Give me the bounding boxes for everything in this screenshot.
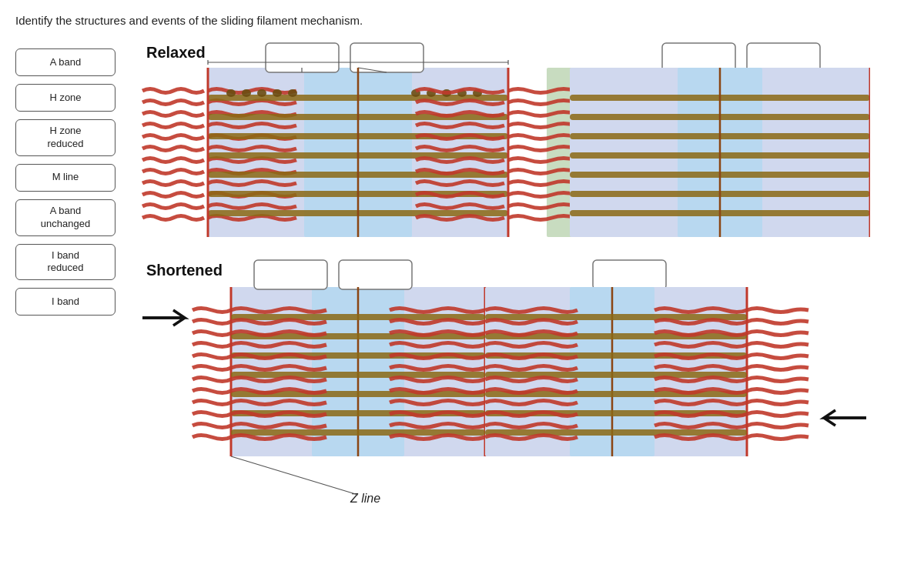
relaxed-filaments-left xyxy=(142,89,204,220)
label-m-line[interactable]: M line xyxy=(15,164,116,192)
label-h-zone[interactable]: H zone xyxy=(15,84,116,112)
svg-point-8 xyxy=(242,89,251,97)
svg-point-10 xyxy=(273,89,282,97)
label-h-zone-reduced[interactable]: H zonereduced xyxy=(15,119,116,156)
relaxed-title: Relaxed xyxy=(146,44,206,61)
drop-box-shortened-1[interactable] xyxy=(254,260,327,289)
label-a-band-unchanged[interactable]: A bandunchanged xyxy=(15,199,116,236)
label-i-band[interactable]: I band xyxy=(15,288,116,316)
shortened-title: Shortened xyxy=(146,262,223,279)
instruction-text: Identify the structures and events of th… xyxy=(15,14,909,27)
svg-point-11 xyxy=(288,89,297,97)
labels-column: A band H zone H zonereduced M line A ban… xyxy=(15,41,116,533)
filament-diagram: Relaxed xyxy=(139,41,870,533)
label-a-band[interactable]: A band xyxy=(15,48,116,76)
content-area: A band H zone H zonereduced M line A ban… xyxy=(15,41,909,533)
drop-box-shortened-2[interactable] xyxy=(339,260,412,289)
page-container: Identify the structures and events of th… xyxy=(0,0,924,561)
drop-box-shortened-3[interactable] xyxy=(593,260,666,289)
diagram-area: Relaxed xyxy=(139,41,909,533)
label-i-band-reduced[interactable]: I bandreduced xyxy=(15,244,116,281)
svg-point-7 xyxy=(226,89,236,97)
shortened-left-actin xyxy=(192,309,231,439)
z-line-connector xyxy=(231,456,358,495)
svg-point-9 xyxy=(257,89,266,97)
